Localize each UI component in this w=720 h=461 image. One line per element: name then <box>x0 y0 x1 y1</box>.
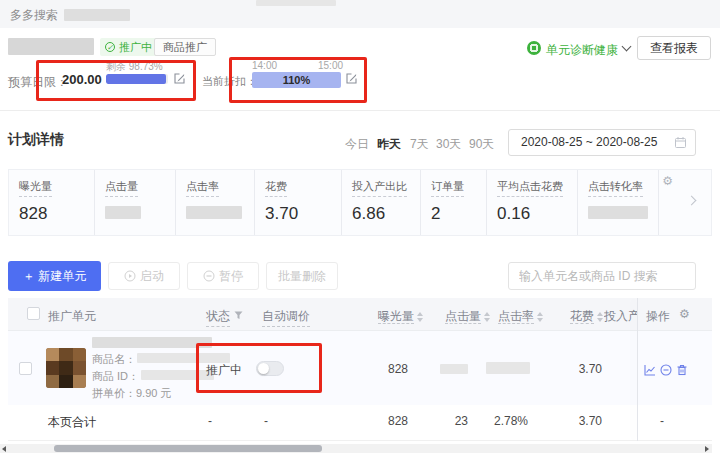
stat-label[interactable]: 点击量 <box>105 179 138 197</box>
budget-remaining-label: 剩余 98.73% <box>106 60 163 74</box>
new-unit-button[interactable]: ＋ 新建单元 <box>8 261 101 291</box>
chevron-down-icon[interactable] <box>622 42 632 52</box>
stat-label[interactable]: 点击率 <box>186 179 219 197</box>
stat-roi: 投入产出比 6.86 <box>342 170 421 235</box>
filter-today[interactable]: 今日 <box>345 136 369 153</box>
duoduo-search-ad-page: 多多搜索 ✓ 推广中 商品推广 单元诊断健康 查看报表 预算日限： 200.00… <box>0 0 720 461</box>
redacted-row-ctr <box>486 362 530 374</box>
col-impressions[interactable]: 曝光量 <box>378 308 423 325</box>
view-report-button[interactable]: 查看报表 <box>637 36 711 60</box>
auto-bid-toggle[interactable] <box>256 361 284 376</box>
redacted-top-strip <box>256 0 336 6</box>
col-cost[interactable]: 花费 <box>570 308 603 325</box>
filter-yesterday[interactable]: 昨天 <box>377 136 401 153</box>
stat-value: 0.16 <box>497 204 577 224</box>
batch-delete-button[interactable]: 批量删除 <box>266 262 338 290</box>
section-divider <box>0 110 720 111</box>
col-unit: 推广单元 <box>48 308 96 325</box>
col-roi-clipped[interactable]: 投入产 <box>604 308 637 325</box>
pause-button[interactable]: 暂停 <box>187 262 259 290</box>
summary-actions: - <box>660 414 664 428</box>
scroll-left-arrow-icon[interactable] <box>2 446 6 452</box>
redacted-product-id <box>141 370 214 380</box>
pause-circle-icon <box>203 270 215 282</box>
stats-settings-gear-icon[interactable]: ⚙ <box>662 174 673 188</box>
stat-value: 3.70 <box>265 204 341 224</box>
sort-icon[interactable] <box>484 312 490 322</box>
horizontal-scrollbar[interactable] <box>0 444 712 453</box>
redacted-campaign-title <box>8 38 94 55</box>
status-badge-label: 推广中 <box>119 40 152 55</box>
col-ctr[interactable]: 点击率 <box>498 308 543 325</box>
redacted-breadcrumb-plan-name <box>64 9 130 21</box>
promotion-type-badge: 商品推广 <box>154 38 216 56</box>
stat-label[interactable]: 花费 <box>265 179 287 197</box>
product-thumbnail <box>46 348 86 388</box>
discount-value: 110% <box>283 74 311 86</box>
filter-funnel-icon[interactable] <box>234 311 243 320</box>
col-clicks[interactable]: 点击量 <box>445 308 490 325</box>
fixed-column-divider <box>637 298 638 441</box>
stat-avg-cpc: 平均点击花费 0.16 <box>487 170 578 235</box>
select-all-checkbox[interactable] <box>27 307 40 320</box>
row-checkbox[interactable] <box>19 362 32 375</box>
view-chart-icon[interactable] <box>644 364 656 376</box>
diagnosis-target-icon <box>527 41 541 55</box>
discount-time-start: 14:00 <box>252 60 277 71</box>
redacted-unit-name <box>92 337 212 348</box>
unit-diagnosis-link[interactable]: 单元诊断健康 <box>546 42 618 59</box>
sort-icon[interactable] <box>537 312 543 322</box>
scrollbar-thumb[interactable] <box>54 445 322 452</box>
col-auto-bid[interactable]: 自动调价 <box>262 308 310 327</box>
sort-icon[interactable] <box>417 312 423 322</box>
filter-7days[interactable]: 7天 <box>410 136 429 153</box>
edit-budget-icon[interactable] <box>173 72 186 85</box>
stats-next-chevron-icon[interactable] <box>687 196 697 206</box>
stat-label[interactable]: 投入产出比 <box>352 179 407 197</box>
breadcrumb-app-name: 多多搜索 <box>10 7 58 24</box>
stat-cost: 花费 3.70 <box>255 170 342 235</box>
stat-impressions: 曝光量 828 <box>9 170 95 235</box>
redacted-row-clicks <box>440 364 468 374</box>
stat-label[interactable]: 订单量 <box>431 179 464 197</box>
delete-unit-icon[interactable] <box>676 364 688 376</box>
stat-orders: 订单量 2 <box>421 170 487 235</box>
unit-search-input[interactable] <box>508 262 696 290</box>
stat-label[interactable]: 平均点击花费 <box>497 179 563 197</box>
play-circle-icon <box>124 270 136 282</box>
stats-meta-column: ⚙ <box>659 170 711 235</box>
table-header: 推广单元 状态 自动调价 曝光量 点击量 点击率 花费 投入产 <box>8 298 712 331</box>
stat-label[interactable]: 点击转化率 <box>588 179 643 197</box>
stat-label[interactable]: 曝光量 <box>19 179 52 197</box>
budget-progress-fill <box>106 74 166 84</box>
redacted-stat-value <box>588 204 658 224</box>
redacted-stat-value <box>186 204 254 224</box>
scroll-right-arrow-icon[interactable] <box>705 446 709 452</box>
edit-discount-icon[interactable] <box>345 72 358 85</box>
plus-icon: ＋ <box>23 269 35 283</box>
start-button[interactable]: 启动 <box>108 262 180 290</box>
date-range-picker[interactable]: 2020-08-25 ~ 2020-08-25 <box>508 129 696 156</box>
plan-details-title: 计划详情 <box>8 131 64 149</box>
current-discount-label: 当前折扣： <box>202 74 257 89</box>
filter-90days[interactable]: 90天 <box>469 136 494 153</box>
discount-time-end: 15:00 <box>318 60 343 71</box>
pause-unit-icon[interactable] <box>660 364 672 376</box>
product-id-label: 商品 ID： <box>92 369 139 384</box>
status-badge: ✓ 推广中 <box>100 38 159 56</box>
table-header-fixed: 操作 ⚙ <box>637 298 712 331</box>
summary-cost: 3.70 <box>570 414 602 428</box>
table-summary-row <box>8 405 712 441</box>
pause-label: 暂停 <box>219 268 243 285</box>
sort-icon[interactable] <box>597 312 603 322</box>
summary-ctr: 2.78% <box>488 414 528 428</box>
summary-clicks: 23 <box>440 414 468 428</box>
summary-auto-bid: - <box>264 414 268 428</box>
batch-delete-label: 批量删除 <box>278 268 326 285</box>
stat-value: 828 <box>19 204 94 224</box>
stat-value: 6.86 <box>352 204 420 224</box>
toggle-knob <box>258 363 269 374</box>
col-status[interactable]: 状态 <box>206 308 230 327</box>
column-settings-gear-icon[interactable]: ⚙ <box>679 307 690 321</box>
filter-30days[interactable]: 30天 <box>436 136 461 153</box>
